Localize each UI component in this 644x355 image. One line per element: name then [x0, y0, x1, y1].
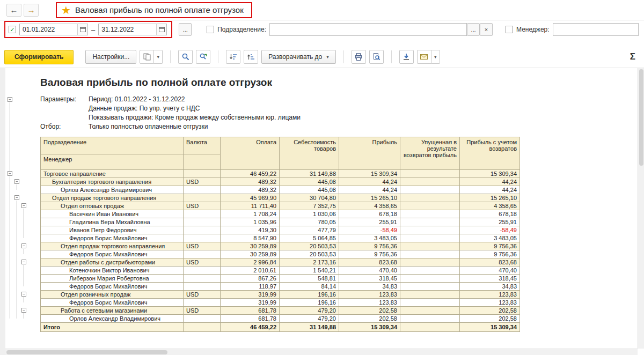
row-value[interactable]: 823,68: [339, 258, 400, 267]
row-value[interactable]: 2 173,16: [280, 258, 339, 267]
row-currency[interactable]: [184, 315, 221, 323]
row-value[interactable]: 44,24: [339, 178, 400, 186]
subdivision-input[interactable]: [269, 23, 467, 36]
group-row[interactable]: Отдел оптовых продажUSD11 711,407 352,75…: [41, 202, 520, 210]
settings-button[interactable]: Настройки...: [85, 50, 136, 64]
generate-button[interactable]: Сформировать: [4, 50, 74, 64]
date-from-value[interactable]: 01.01.2022: [20, 26, 77, 33]
row-value[interactable]: 20 503,53: [280, 250, 339, 258]
row-currency[interactable]: [184, 194, 221, 202]
row-label[interactable]: Орлов Александр Владимирович: [41, 315, 184, 323]
detail-row[interactable]: Федоров Борис Михайлович319,99196,16123,…: [41, 299, 520, 307]
row-currency[interactable]: [184, 218, 221, 226]
row-label[interactable]: Работа с сетевыми магазинами: [41, 307, 184, 315]
row-value[interactable]: [400, 234, 460, 242]
row-value[interactable]: 123,83: [460, 291, 520, 299]
row-value[interactable]: 11 711,40: [221, 202, 280, 210]
row-label[interactable]: Итого: [41, 323, 184, 332]
row-value[interactable]: 318,45: [339, 275, 400, 283]
row-value[interactable]: 30 704,80: [280, 194, 339, 202]
report-variants-dropdown[interactable]: ▾: [154, 50, 163, 64]
row-label[interactable]: Отдел продаж торгового направления: [41, 194, 184, 202]
horizontal-scrollbar[interactable]: [5, 349, 638, 355]
detail-row[interactable]: Федоров Борис Михайлович118,9784,1434,83…: [41, 283, 520, 291]
row-value[interactable]: 9 756,36: [460, 250, 520, 258]
row-value[interactable]: 45 969,90: [221, 194, 280, 202]
row-label[interactable]: Васечкин Иван Иванович: [41, 210, 184, 218]
row-label[interactable]: Гладилина Вера Михайловна: [41, 218, 184, 226]
row-value[interactable]: 202,58: [339, 307, 400, 315]
row-value[interactable]: 46 459,22: [221, 323, 280, 332]
row-value[interactable]: 470,40: [339, 267, 400, 275]
row-currency[interactable]: USD: [184, 242, 221, 250]
row-value[interactable]: 1 540,21: [280, 267, 339, 275]
scrollbar-thumb[interactable]: [639, 69, 643, 166]
row-value[interactable]: 202,58: [460, 315, 520, 323]
row-value[interactable]: -58,49: [339, 226, 400, 234]
row-value[interactable]: 780,05: [280, 218, 339, 226]
detail-row[interactable]: Федоров Борис Михайлович8 547,905 064,85…: [41, 234, 520, 242]
row-value[interactable]: [400, 299, 460, 307]
calendar-icon[interactable]: [77, 24, 87, 35]
detail-row[interactable]: Гладилина Вера Михайловна1 035,96780,052…: [41, 218, 520, 226]
row-label[interactable]: Торговое направление: [41, 170, 184, 178]
row-value[interactable]: 44,24: [460, 186, 520, 194]
row-value[interactable]: 318,45: [460, 275, 520, 283]
detail-row[interactable]: Федоров Борис Михайлович30 259,8920 503,…: [41, 250, 520, 258]
report-variants-button[interactable]: [140, 50, 154, 64]
row-value[interactable]: 44,24: [460, 178, 520, 186]
row-currency[interactable]: [184, 250, 221, 258]
row-value[interactable]: 9 756,36: [339, 250, 400, 258]
group-row[interactable]: Бухгалтерия торгового направленияUSD489,…: [41, 178, 520, 186]
detail-row[interactable]: Иванов Петр Федорович419,30477,79-58,49-…: [41, 226, 520, 234]
collapse-toggle[interactable]: −: [21, 292, 26, 297]
row-value[interactable]: 15 309,34: [339, 170, 400, 178]
row-currency[interactable]: USD: [184, 258, 221, 267]
row-label[interactable]: Отдел оптовых продаж: [41, 202, 184, 210]
collapse-toggle[interactable]: −: [14, 179, 19, 184]
send-mail-dropdown[interactable]: ▾: [431, 50, 440, 64]
row-value[interactable]: 15 265,10: [339, 194, 400, 202]
row-currency[interactable]: USD: [184, 202, 221, 210]
row-label[interactable]: Отдел розничных продаж: [41, 291, 184, 299]
search-next-button[interactable]: [196, 50, 210, 64]
row-value[interactable]: 255,91: [460, 218, 520, 226]
row-value[interactable]: 2 996,84: [221, 258, 280, 267]
group-row[interactable]: Отдел розничных продажUSD319,99196,16123…: [41, 291, 520, 299]
row-value[interactable]: 548,81: [280, 275, 339, 283]
group-row[interactable]: Отдел продаж торгового направленияUSD30 …: [41, 242, 520, 250]
search-button[interactable]: [178, 50, 193, 64]
date-from-field[interactable]: 01.01.2022: [19, 24, 88, 35]
row-value[interactable]: 31 149,88: [280, 170, 339, 178]
row-label[interactable]: Федоров Борис Михайлович: [41, 299, 184, 307]
row-currency[interactable]: [184, 283, 221, 291]
back-button[interactable]: ←: [6, 4, 21, 17]
subdivision-more-button[interactable]: ...: [467, 23, 480, 36]
row-currency[interactable]: USD: [184, 178, 221, 186]
detail-row[interactable]: Васечкин Иван Иванович1 708,241 030,0667…: [41, 210, 520, 218]
row-value[interactable]: [400, 242, 460, 250]
row-value[interactable]: 15 309,34: [460, 170, 520, 178]
send-mail-button[interactable]: [417, 50, 431, 64]
row-value[interactable]: [400, 315, 460, 323]
row-currency[interactable]: [184, 275, 221, 283]
row-value[interactable]: 196,16: [280, 299, 339, 307]
row-value[interactable]: 1 030,06: [280, 210, 339, 218]
row-value[interactable]: 44,24: [339, 186, 400, 194]
row-value[interactable]: [400, 291, 460, 299]
row-value[interactable]: 678,18: [339, 210, 400, 218]
row-value[interactable]: 20 503,53: [280, 242, 339, 250]
row-value[interactable]: [400, 283, 460, 291]
row-currency[interactable]: [184, 234, 221, 242]
row-value[interactable]: 196,16: [280, 291, 339, 299]
row-value[interactable]: [400, 226, 460, 234]
group-row[interactable]: Отдел работы с дистрибьюторамиUSD2 996,8…: [41, 258, 520, 267]
row-value[interactable]: 5 064,85: [280, 234, 339, 242]
row-value[interactable]: [400, 178, 460, 186]
row-label[interactable]: Отдел работы с дистрибьюторами: [41, 258, 184, 267]
expand-groups-button[interactable]: [244, 50, 258, 64]
row-label[interactable]: Федоров Борис Михайлович: [41, 283, 184, 291]
save-file-button[interactable]: [399, 50, 414, 64]
detail-row[interactable]: Орлов Александр Владимирович681,78479,20…: [41, 315, 520, 323]
row-value[interactable]: 7 352,75: [280, 202, 339, 210]
